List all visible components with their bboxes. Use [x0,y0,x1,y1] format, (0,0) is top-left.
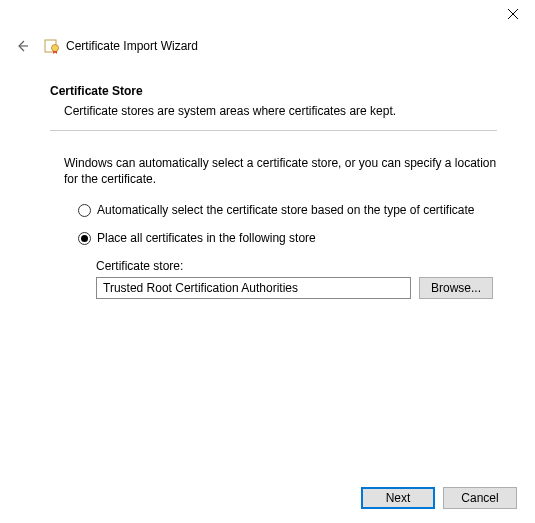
radio-icon [78,204,91,217]
next-button[interactable]: Next [361,487,435,509]
back-button[interactable] [12,36,32,56]
intro-text: Windows can automatically select a certi… [50,155,497,187]
close-icon [508,9,518,19]
wizard-header: Certificate Import Wizard [0,30,535,56]
radio-auto-label: Automatically select the certificate sto… [97,203,475,217]
radio-manual-select[interactable]: Place all certificates in the following … [78,231,497,245]
radio-auto-select[interactable]: Automatically select the certificate sto… [78,203,497,217]
svg-point-4 [52,45,59,52]
radio-manual-label: Place all certificates in the following … [97,231,316,245]
cancel-button[interactable]: Cancel [443,487,517,509]
divider [50,130,497,131]
close-button[interactable] [490,0,535,28]
browse-button[interactable]: Browse... [419,277,493,299]
store-label: Certificate store: [96,259,497,273]
certificate-icon [44,38,60,54]
certificate-store-input[interactable] [96,277,411,299]
wizard-title: Certificate Import Wizard [66,39,198,53]
radio-icon [78,232,91,245]
section-description: Certificate stores are system areas wher… [50,104,497,118]
back-arrow-icon [14,38,30,54]
section-heading: Certificate Store [50,84,497,98]
